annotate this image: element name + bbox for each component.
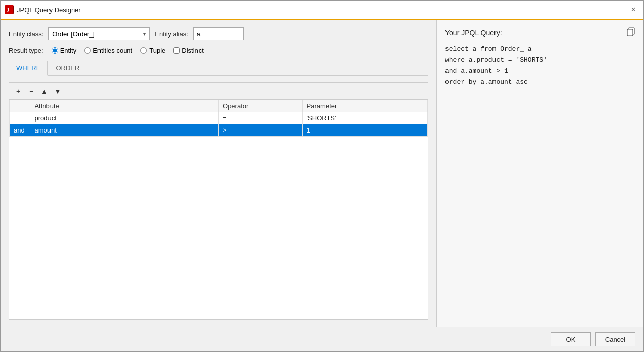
svg-rect-3 — [627, 29, 633, 36]
left-panel: Entity class: Order [Order_] ▾ Entity al… — [1, 20, 436, 327]
col-header-attribute: Attribute — [30, 100, 219, 112]
title-bar: J JPQL Query Designer × — [1, 1, 643, 20]
ok-button[interactable]: OK — [551, 332, 591, 346]
row2-condition: and — [10, 124, 30, 137]
radio-entity[interactable]: Entity — [52, 47, 77, 54]
add-button[interactable]: + — [12, 85, 24, 97]
radio-tuple[interactable]: Tuple — [140, 47, 165, 54]
close-button[interactable]: × — [627, 4, 639, 16]
app-icon: J — [5, 5, 14, 14]
radio-entities-count-label: Entities count — [93, 47, 132, 54]
entity-alias-label: Entity alias: — [155, 30, 188, 38]
result-type-row: Result type: Entity Entities count Tuple… — [9, 47, 428, 54]
move-down-button[interactable]: ▼ — [52, 85, 64, 97]
query-heading: Your JPQL Query: — [445, 29, 502, 37]
move-up-button[interactable]: ▲ — [38, 85, 51, 97]
table-container: + − ▲ ▼ Attribute Operator Parameter — [9, 82, 428, 320]
entity-alias-input[interactable] — [193, 27, 244, 40]
tabs-bar: WHERE ORDER — [9, 60, 428, 76]
row2-parameter: 1 — [302, 124, 427, 137]
distinct-checkbox[interactable] — [173, 47, 180, 54]
right-panel: Your JPQL Query: select a from Order_ a … — [436, 20, 643, 327]
entity-class-row: Entity class: Order [Order_] ▾ Entity al… — [9, 27, 428, 40]
query-header: Your JPQL Query: — [445, 27, 635, 38]
chevron-down-icon: ▾ — [143, 31, 146, 37]
table-row[interactable]: product = 'SHORTS' — [10, 112, 428, 124]
remove-button[interactable]: − — [25, 85, 37, 97]
dialog: J JPQL Query Designer × Entity class: Or… — [0, 0, 644, 352]
dialog-body: Entity class: Order [Order_] ▾ Entity al… — [1, 20, 643, 327]
toolbar: + − ▲ ▼ — [9, 83, 428, 100]
entity-class-select[interactable]: Order [Order_] ▾ — [48, 27, 150, 40]
row2-operator: > — [219, 124, 303, 137]
col-header-operator: Operator — [219, 100, 303, 112]
row1-attribute: product — [30, 112, 219, 124]
tab-where[interactable]: WHERE — [9, 61, 48, 76]
row1-condition — [10, 112, 30, 124]
col-header-condition — [10, 100, 30, 112]
entity-class-value: Order [Order_] — [52, 30, 95, 38]
dialog-title: JPQL Query Designer — [17, 6, 81, 14]
cancel-button[interactable]: Cancel — [595, 332, 635, 346]
query-text: select a from Order_ a where a.product =… — [445, 43, 635, 88]
tab-order[interactable]: ORDER — [48, 61, 87, 76]
copy-icon[interactable] — [626, 27, 635, 38]
radio-entity-label: Entity — [60, 47, 77, 54]
distinct-label: Distinct — [182, 47, 204, 54]
col-header-parameter: Parameter — [302, 100, 427, 112]
row1-parameter: 'SHORTS' — [302, 112, 427, 124]
row2-attribute: amount — [30, 124, 219, 137]
table-row[interactable]: and amount > 1 — [10, 124, 428, 137]
row1-operator: = — [219, 112, 303, 124]
title-bar-left: J JPQL Query Designer — [5, 5, 81, 14]
radio-tuple-label: Tuple — [149, 47, 165, 54]
conditions-table: Attribute Operator Parameter product = '… — [9, 100, 428, 137]
dialog-footer: OK Cancel — [1, 327, 643, 351]
entity-class-label: Entity class: — [9, 30, 43, 38]
svg-text:J: J — [7, 7, 9, 13]
radio-entities-count[interactable]: Entities count — [84, 47, 132, 54]
result-type-label: Result type: — [9, 47, 43, 54]
distinct-checkbox-label[interactable]: Distinct — [173, 47, 204, 54]
